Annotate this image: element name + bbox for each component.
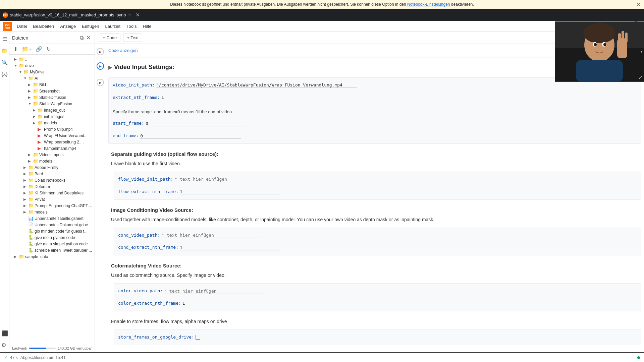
flow-extract-nth-frame-input[interactable] (180, 189, 280, 194)
tree-item-wrap-bearbeitung[interactable]: ▶ Wrap bearbeitung 2.... (9, 139, 95, 145)
cell-content: color_video_path: color_extract_nth_fram… (111, 282, 644, 313)
tree-item-drive[interactable]: ▼ 📁 drive (9, 62, 95, 69)
folder-icon: 📁 (28, 197, 34, 202)
video-panel: ⤢ › (555, 21, 644, 82)
video-panel-collapse-button[interactable]: › (641, 48, 643, 55)
menu-hilfe[interactable]: Hilfe (140, 22, 154, 30)
tree-item-deforum[interactable]: ▶ 📁 Deforum (9, 183, 95, 190)
tree-item-prompt-engineering[interactable]: ▶ 📁 Prompt Engineering ChatGPT,... (9, 202, 95, 209)
video-init-path-input[interactable] (156, 82, 357, 88)
status-time: 47 s (10, 355, 18, 360)
store-frames-checkbox[interactable] (196, 335, 200, 340)
add-text-button[interactable]: + Text (123, 34, 142, 42)
tree-arrow: ▶ (28, 83, 33, 86)
tab-title[interactable]: stable_warpfusion_v0_16_12_multi_masked_… (10, 12, 126, 17)
tree-item-promo-clip[interactable]: ▶ Promo Clip.mp4 (9, 126, 95, 132)
tree-item-sample-data[interactable]: ▶ 📁 sample_data (9, 253, 95, 260)
extract-nth-frame-input[interactable] (161, 95, 262, 100)
sidebar-close-icon[interactable]: ✕ (85, 34, 92, 42)
folder-icon: 📁 (23, 69, 29, 74)
tree-item-models-swf[interactable]: ▶ 📁 models (9, 120, 95, 126)
tree-item-stablediffusion[interactable]: ▶ 📁 StableDiffusion (9, 94, 95, 101)
cond-extract-nth-frame-input[interactable] (180, 245, 280, 250)
menu-tools[interactable]: Tools (124, 22, 139, 30)
expand-video-button[interactable]: ⤢ (639, 75, 643, 80)
store-frames-line: store_frames_on_google_drive: (118, 333, 637, 342)
tree-label: give me a simpel python code (35, 242, 88, 246)
section-arrow-icon[interactable]: ▶ (108, 65, 112, 70)
tree-label: Screenshot (39, 89, 60, 94)
folder-icon: 📁 (28, 171, 34, 176)
menu-datei[interactable]: Datei (14, 22, 30, 30)
tree-label: MyDrive (30, 70, 45, 74)
tree-item-gib-mir-code[interactable]: 🐍 gib mir den code für guess t... (9, 228, 95, 234)
bookmark-icon[interactable]: ☆ (128, 13, 131, 17)
tree-item-tabelle[interactable]: 📊 Unbenannte Tabelle.gsheet (9, 215, 95, 222)
cell-run-area: ▶ (95, 60, 106, 70)
tree-item-wrap-fusion[interactable]: ▶ Wrap FUsion Verwand... (9, 132, 95, 139)
upload-icon[interactable]: ⬆ (12, 45, 19, 53)
tree-item-models-mydrive[interactable]: ▶ 📁 models (9, 209, 95, 215)
tree-item-adobe-firefly[interactable]: ▶ 📁 Adobe Firefly (9, 164, 95, 171)
run-button[interactable]: ▶ (97, 48, 104, 55)
mount-drive-icon[interactable]: 🔗 (34, 45, 44, 53)
menu-bearbeiten[interactable]: Bearbeiten (30, 22, 57, 30)
tree-item-schreibe-tweet[interactable]: 🐍 schreibe einen Tweet darüber ... (9, 247, 95, 253)
tree-item-ki-stimmen[interactable]: ▶ 📁 KI Stimmen und Deepfakes (9, 190, 95, 196)
tree-arrow: ▼ (23, 76, 28, 80)
menu-anzeige[interactable]: Anzeige (57, 22, 78, 30)
new-folder-icon[interactable]: 📁+ (20, 45, 33, 53)
flow-video-init-path-input[interactable] (174, 177, 275, 182)
menu-einfuegen[interactable]: Einfügen (79, 22, 102, 30)
add-code-button[interactable]: + Code (99, 34, 120, 42)
tree-item-give-python-code[interactable]: 🐍 give me a python code (9, 234, 95, 241)
tree-item-stablewarpfusion[interactable]: ▼ 📁 StableWarpFusion (9, 101, 95, 107)
image-cond-sub: Used together with image-conditioned mod… (111, 215, 628, 224)
tree-item-screenshot[interactable]: ▶ 📁 Screenshot (9, 88, 95, 94)
colab-logo: CO PRO (3, 22, 12, 31)
video-content (555, 21, 644, 81)
run-button[interactable]: ▶ (97, 79, 104, 86)
tree-item-init-images[interactable]: ▶ 📁 init_images (9, 113, 95, 120)
color-video-path-input[interactable] (164, 289, 265, 294)
menu-laufzeit[interactable]: Laufzeit (103, 22, 123, 30)
tree-item-bard[interactable]: ▶ 📁 Bard (9, 171, 95, 177)
tree-item-privat[interactable]: ▶ 📁 Privat (9, 196, 95, 202)
tree-item-hampelmann[interactable]: ▶ hampelmann.mp4 (9, 145, 95, 152)
folder-icon: 📁 (28, 203, 34, 208)
tree-item-images-out[interactable]: ▶ 📁 images_out (9, 107, 95, 113)
tree-item-bild[interactable]: ▶ 📁 Bild (9, 81, 95, 88)
settings-icon[interactable]: ⚙ (0, 341, 9, 350)
tree-arrow: ▼ (14, 64, 19, 67)
menu-icon[interactable]: ☰ (1, 35, 8, 44)
folder-icon: 📁 (33, 101, 38, 106)
variables-icon[interactable]: {x} (0, 70, 9, 78)
tree-label: schreibe einen Tweet darüber ... (35, 248, 92, 253)
sidebar-new-window-icon[interactable]: ⧉ (78, 34, 85, 42)
folder-icon[interactable]: 📁 (0, 46, 9, 55)
color-extract-nth-frame-input[interactable] (182, 301, 283, 306)
tree-item-colab-notebooks[interactable]: ▶ 📁 Colab Notebooks (9, 177, 95, 183)
refresh-icon[interactable]: ↻ (45, 45, 52, 53)
start-frame-input[interactable] (146, 121, 246, 126)
end-frame-input[interactable] (140, 133, 241, 139)
close-tab-button[interactable]: ✕ (136, 12, 140, 18)
code-anzeigen-button[interactable]: Code anzeigen (108, 47, 138, 54)
tree-item-models-ai[interactable]: ▶ 📁 models (9, 158, 95, 164)
terminal-icon[interactable]: ⬛ (0, 329, 9, 338)
colormatching-section: Colormatching Video Source: Used as colo… (95, 258, 644, 281)
tree-item-videos-inputs[interactable]: ▶ 📁 Videos Inputs (9, 152, 95, 158)
tree-label: Videos Inputs (39, 153, 64, 157)
cond-video-path-input[interactable] (161, 233, 262, 238)
tree-item-dokument[interactable]: 📄 Unbenanntes Dokument.gdoc (9, 222, 95, 228)
search-icon[interactable]: 🔍 (0, 58, 9, 67)
tree-item-mydrive[interactable]: ▼ 📁 MyDrive (9, 69, 95, 75)
close-notification-button[interactable]: ✕ (636, 1, 641, 8)
tree-item-root[interactable]: ▶ 📁 .. (9, 56, 95, 62)
cell-run-area: ▶ (95, 45, 106, 55)
run-button[interactable]: ▶ (97, 62, 104, 70)
code-cell: video_init_path: extract_nth_frame: Spec… (108, 77, 641, 144)
notebook-settings-link[interactable]: Notebook-Einstellungen (407, 2, 450, 7)
tree-item-give-simpel-python-code[interactable]: 🐍 give me a simpel python code (9, 241, 95, 247)
tree-item-ai[interactable]: ▼ 📁 AI (9, 75, 95, 81)
